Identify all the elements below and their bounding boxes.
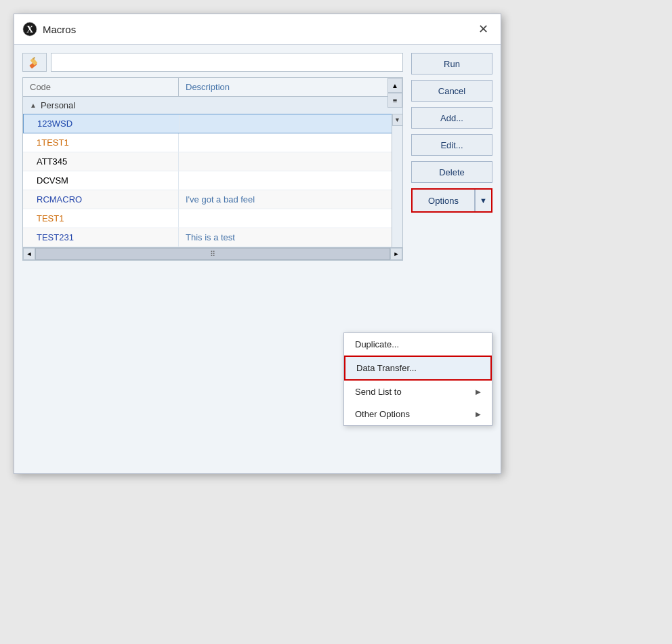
hscroll-left-btn[interactable]: ◄ (23, 248, 35, 260)
cell-code: 123WSD (24, 114, 180, 133)
cell-description: This is a test (179, 228, 402, 246)
group-label: Personal (41, 100, 75, 110)
macros-window: X Macros ✕ (14, 14, 501, 474)
cell-code: TEST231 (23, 228, 179, 246)
table-header: Code Description ▲ ≡ (23, 78, 402, 97)
delete-button[interactable]: Delete (411, 161, 492, 183)
right-panel: Run Cancel Add... Edit... Delete Options… (411, 53, 492, 261)
cell-description (179, 171, 402, 190)
options-dropdown-menu: Duplicate... Data Transfer... Send List … (343, 332, 492, 426)
group-toggle-icon[interactable]: ▲ (30, 102, 37, 109)
dropdown-item-other-options[interactable]: Other Options ▶ (344, 403, 492, 425)
cell-code: ATT345 (23, 152, 179, 171)
cancel-button[interactable]: Cancel (411, 80, 492, 102)
cell-description (179, 152, 402, 171)
macro-table: Code Description ▲ ≡ ▲ Personal 12 (22, 77, 403, 261)
dropdown-item-duplicate[interactable]: Duplicate... (344, 333, 492, 356)
submenu-arrow-icon: ▶ (476, 388, 481, 395)
vertical-scrollbar[interactable]: ▼ (392, 114, 402, 247)
options-button-group: Options ▼ (411, 188, 492, 213)
edit-button[interactable]: Edit... (411, 134, 492, 156)
horizontal-scrollbar: ◄ ⠿ ► (23, 247, 402, 260)
dropdown-item-send-list[interactable]: Send List to ▶ (344, 381, 492, 403)
hscroll-thumb[interactable]: ⠿ (35, 248, 390, 260)
submenu-arrow-icon: ▶ (476, 410, 481, 418)
title-bar-left: X Macros (22, 22, 76, 37)
scroll-down-arrow[interactable]: ▼ (392, 114, 403, 126)
close-button[interactable]: ✕ (474, 20, 492, 39)
cell-description (179, 209, 402, 228)
cell-description: I've got a bad feel (179, 190, 402, 209)
eraser-icon (28, 56, 41, 69)
cell-description (179, 133, 402, 152)
cell-code: TEST1 (23, 209, 179, 228)
content-area: Code Description ▲ ≡ ▲ Personal 12 (14, 45, 501, 269)
table-row[interactable]: RCMACRO I've got a bad feel (23, 190, 402, 209)
table-row[interactable]: TEST231 This is a test (23, 228, 402, 247)
cell-code: RCMACRO (23, 190, 179, 209)
svg-text:X: X (26, 24, 33, 35)
cell-description (180, 114, 402, 133)
add-button[interactable]: Add... (411, 107, 492, 129)
options-main-button[interactable]: Options (413, 190, 475, 211)
table-row[interactable]: DCVSM (23, 171, 402, 190)
search-icon-button[interactable] (22, 53, 47, 72)
run-button[interactable]: Run (411, 53, 492, 74)
table-row[interactable]: 123WSD (23, 114, 402, 133)
search-row (22, 53, 403, 72)
app-logo-icon: X (22, 22, 37, 37)
search-input[interactable] (51, 53, 403, 72)
cell-code: DCVSM (23, 171, 179, 190)
col-code-header: Code (23, 78, 179, 96)
col-menu-btn[interactable]: ≡ (387, 93, 402, 108)
dropdown-item-data-transfer[interactable]: Data Transfer... (344, 356, 492, 381)
col-description-header: Description (179, 78, 402, 96)
table-row[interactable]: ATT345 (23, 152, 402, 171)
scroll-up-btn[interactable]: ▲ (387, 78, 402, 93)
table-row[interactable]: 1TEST1 (23, 133, 402, 152)
table-row[interactable]: TEST1 (23, 209, 402, 228)
cell-code: 1TEST1 (23, 133, 179, 152)
hscroll-right-btn[interactable]: ► (390, 248, 402, 260)
window-title: Macros (43, 24, 76, 35)
options-dropdown-arrow-button[interactable]: ▼ (475, 190, 491, 211)
left-panel: Code Description ▲ ≡ ▲ Personal 12 (22, 53, 403, 261)
title-bar: X Macros ✕ (14, 14, 501, 45)
group-row-personal: ▲ Personal (23, 97, 402, 114)
